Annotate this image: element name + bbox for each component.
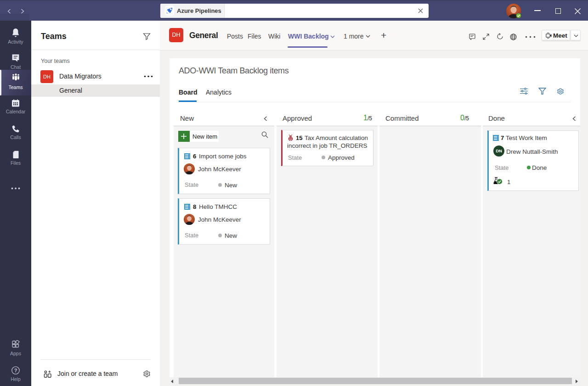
svg-text:?: ? xyxy=(14,368,17,373)
